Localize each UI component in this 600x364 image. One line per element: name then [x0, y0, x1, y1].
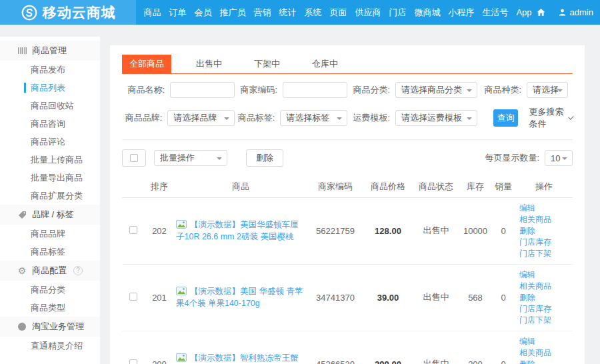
table-row: 201 【演示数据】美国 华盛顿 青苹果4个装 单果140-170g 34741…: [122, 264, 573, 331]
user-menu[interactable]: admin: [558, 7, 593, 17]
sort-value: 202: [145, 197, 174, 264]
freight-label: 运费模板:: [347, 112, 390, 124]
related-goods-link[interactable]: 相关商品: [519, 348, 551, 357]
sidebar-group-taobao[interactable]: 淘宝业务管理: [0, 317, 100, 337]
nav-item-suppliers[interactable]: 供应商: [351, 0, 385, 25]
sidebar-group-brand-tag[interactable]: 品牌 / 标签: [0, 205, 100, 225]
search-button[interactable]: 查询: [493, 109, 518, 127]
nav-item-goods[interactable]: 商品: [139, 0, 165, 25]
sidebar-item-goods-category[interactable]: 商品分类: [0, 281, 100, 299]
tab-on-sale[interactable]: 出售中: [189, 55, 229, 73]
batch-toolbar: 批量操作 删除 每页显示数量: 10: [122, 149, 573, 167]
stock: 568: [459, 264, 491, 331]
tab-all-goods[interactable]: 全部商品: [122, 55, 171, 73]
nav-item-members[interactable]: 会员: [190, 0, 215, 25]
store-stock-link[interactable]: 门店库存: [519, 237, 551, 247]
nav-right: admin: [536, 0, 600, 25]
edit-link[interactable]: 编辑: [519, 337, 535, 346]
row-checkbox[interactable]: [129, 293, 137, 301]
delete-link[interactable]: 删除: [519, 293, 535, 302]
status: 出售中: [413, 197, 459, 264]
nav-item-orders[interactable]: 订单: [165, 0, 190, 25]
batch-action-select[interactable]: 批量操作: [154, 150, 227, 166]
nav-item-life-account[interactable]: 生活号: [478, 0, 512, 25]
tab-in-warehouse[interactable]: 仓库中: [305, 55, 345, 73]
product-name-label: 商品名称:: [122, 84, 165, 96]
sidebar-item-goods-recycle[interactable]: 商品回收站: [0, 97, 100, 115]
nav-item-micro-mall[interactable]: 微商城: [410, 0, 444, 25]
nav-item-system[interactable]: 系统: [300, 0, 325, 25]
col-product: 商品: [174, 176, 307, 197]
store-stock-link[interactable]: 门店库存: [519, 304, 551, 313]
taobao-circle-icon: [17, 323, 27, 331]
merchant-code-input[interactable]: [283, 82, 347, 98]
tab-off-shelf[interactable]: 下架中: [247, 55, 287, 73]
col-code: 商家编码: [307, 176, 363, 197]
sidebar-item-goods-type[interactable]: 商品类型: [0, 299, 100, 317]
nav-item-marketing[interactable]: 营销: [249, 0, 275, 25]
sidebar-item-batch-export[interactable]: 批量导出商品: [0, 169, 100, 187]
merchant-code: 34741370: [307, 264, 363, 331]
tag-select[interactable]: 请选择标签: [280, 110, 347, 126]
nav-item-mini-program[interactable]: 小程序: [444, 0, 478, 25]
delete-link[interactable]: 删除: [519, 226, 535, 235]
sidebar-group-goods-management[interactable]: 商品管理: [0, 41, 100, 61]
sidebar-item-batch-upload[interactable]: 批量上传商品: [0, 151, 100, 169]
price: 299.00: [363, 331, 413, 364]
sales: 0: [491, 331, 515, 364]
nav-item-promoters[interactable]: 推广员: [215, 0, 249, 25]
merchant-code: 56221759: [307, 197, 363, 264]
merchant-code: 45266530: [307, 331, 363, 364]
select-all-checkbox[interactable]: [130, 154, 138, 162]
status-tabs: 全部商品 出售中 下架中 仓库中: [122, 55, 573, 74]
col-price: 商品价格: [363, 176, 413, 197]
price: 39.00: [363, 264, 413, 331]
row-checkbox[interactable]: [129, 359, 137, 364]
product-name-link[interactable]: 【演示数据】美国华盛顿车厘子10R 26.6 mm 2磅装 美国樱桃: [176, 220, 299, 241]
nav-menu: 商品 订单 会员 推广员 营销 统计 系统 页面 供应商 门店 微商城 小程序 …: [139, 0, 535, 25]
related-goods-link[interactable]: 相关商品: [519, 281, 551, 291]
brand[interactable]: 移动云商城: [0, 0, 136, 25]
kind-select[interactable]: 请选择: [527, 82, 568, 98]
nav-item-pages[interactable]: 页面: [325, 0, 351, 25]
select-all-button[interactable]: [122, 149, 146, 167]
brand-select[interactable]: 请选择品牌: [167, 110, 235, 126]
row-checkbox[interactable]: [129, 226, 137, 234]
per-page-select[interactable]: 10: [545, 150, 573, 166]
sidebar-item-goods-inquiry[interactable]: 商品咨询: [0, 115, 100, 133]
more-filters-link[interactable]: 更多搜索条件: [529, 106, 573, 130]
store-offshelf-link[interactable]: 门店下架: [519, 249, 551, 258]
nav-item-app[interactable]: App: [512, 0, 535, 25]
delete-button[interactable]: 删除: [246, 149, 283, 167]
edit-link[interactable]: 编辑: [519, 203, 535, 213]
nav-item-statistics[interactable]: 统计: [275, 0, 300, 25]
nav-item-stores[interactable]: 门店: [385, 0, 410, 25]
delete-link[interactable]: 删除: [519, 359, 535, 364]
category-select[interactable]: 请选择商品分类: [395, 82, 477, 98]
freight-select[interactable]: 请选择运费模板: [395, 110, 477, 126]
related-goods-link[interactable]: 相关商品: [519, 215, 551, 224]
sidebar-item-zhitong-intro[interactable]: 直通精灵介绍: [0, 337, 100, 355]
sales: 0: [491, 197, 515, 264]
sidebar-item-goods-comments[interactable]: 商品评论: [0, 133, 100, 151]
sidebar-group-title: 品牌 / 标签: [32, 209, 74, 221]
sidebar-group-goods-config[interactable]: ⚙ 商品配置 ?: [0, 261, 100, 281]
product-name-input[interactable]: [170, 82, 235, 98]
edit-link[interactable]: 编辑: [519, 270, 535, 279]
brand-swirl-icon: [21, 4, 38, 21]
brand-label: 商品品牌:: [122, 112, 162, 124]
filter-row-1: 商品名称: 商家编码: 商品分类: 请选择商品分类 商品种类: 请选择: [122, 82, 573, 98]
store-offshelf-link[interactable]: 门店下架: [519, 315, 551, 325]
product-name-link[interactable]: 【演示数据】美国 华盛顿 青苹果4个装 单果140-170g: [176, 287, 303, 308]
sidebar-item-goods-tag[interactable]: 商品标签: [0, 243, 100, 261]
sidebar-group-title: 商品配置: [32, 265, 67, 277]
tag-label: 商品标签:: [235, 112, 275, 124]
sidebar-item-goods-list[interactable]: 商品列表: [0, 79, 100, 97]
help-icon[interactable]: ?: [73, 266, 83, 275]
sidebar-item-goods-extend-category[interactable]: 商品扩展分类: [0, 187, 100, 205]
brand-title: 移动云商城: [43, 3, 116, 22]
product-name-link[interactable]: 【演示数据】智利熟冻帝王蟹1.2-1.4kg: [176, 353, 299, 364]
home-icon[interactable]: [536, 7, 546, 17]
sidebar-item-goods-publish[interactable]: 商品发布: [0, 61, 100, 79]
sidebar-item-goods-brand[interactable]: 商品品牌: [0, 225, 100, 243]
